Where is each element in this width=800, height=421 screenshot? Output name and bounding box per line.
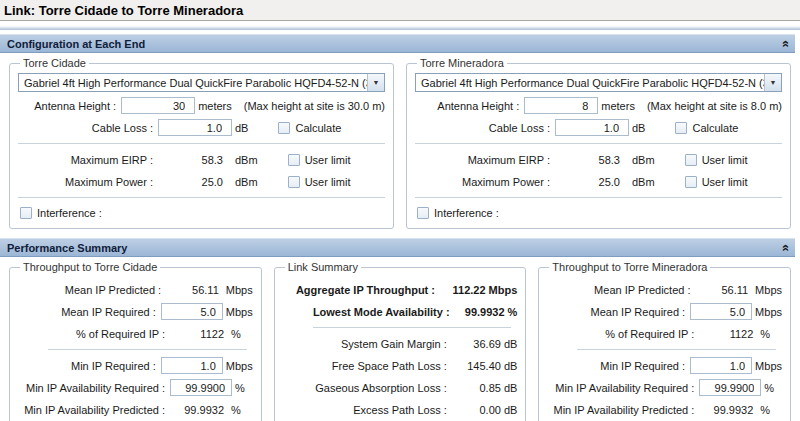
mean-ip-required-input[interactable]	[161, 303, 223, 320]
divider	[18, 197, 385, 198]
antenna-select-value: Gabriel 4ft High Performance Dual QuickF…	[19, 77, 367, 89]
free-space-path-loss-value: 145.40	[452, 360, 501, 372]
percent-unit: %	[228, 328, 241, 340]
pct-required-ip-value: 1122	[699, 328, 757, 340]
config-section-title: Configuration at Each End	[7, 38, 145, 50]
excess-path-loss-label: Excess Path Loss :	[283, 404, 452, 416]
calculate-label: Calculate	[687, 122, 738, 134]
max-eirp-value: 58.3	[555, 154, 629, 166]
performance-section-header[interactable]: Performance Summary »	[0, 238, 795, 257]
panel-title: Throughput to Torre Cidade	[20, 261, 160, 273]
pct-required-ip-label: % of Required IP :	[547, 328, 699, 340]
calculate-group: Calculate	[278, 122, 341, 134]
dropdown-arrow-icon[interactable]: ▼	[764, 74, 781, 91]
min-ip-avail-required-input[interactable]	[699, 379, 761, 396]
throughput-panel-torre-cidade: Throughput to Torre Cidade Mean IP Predi…	[9, 261, 262, 421]
divider	[415, 143, 782, 144]
divider	[313, 327, 512, 328]
gaseous-absorption-loss-row: Gaseous Absorption Loss : 0.85 dB	[283, 379, 518, 396]
max-power-label: Maximum Power :	[415, 176, 555, 188]
max-eirp-value: 58.3	[158, 154, 232, 166]
user-limit-label: User limit	[697, 154, 748, 166]
max-power-value: 25.0	[158, 176, 232, 188]
interference-checkbox[interactable]	[20, 207, 32, 219]
cable-loss-label: Cable Loss :	[18, 122, 158, 134]
gaseous-absorption-loss-value: 0.85	[452, 382, 501, 394]
lowest-mode-availability-value: 99.9932	[455, 306, 505, 318]
percent-unit: %	[757, 328, 770, 340]
interference-row: Interference :	[20, 205, 385, 221]
power-user-limit-group: User limit	[685, 176, 748, 188]
min-ip-avail-required-row: Min IP Availability Required : %	[547, 379, 782, 396]
mean-ip-predicted-value: 56.11	[696, 284, 753, 296]
power-user-limit-checkbox[interactable]	[685, 176, 697, 188]
eirp-user-limit-checkbox[interactable]	[288, 154, 300, 166]
eirp-user-limit-group: User limit	[288, 154, 351, 166]
antenna-height-label: Antenna Height :	[415, 100, 524, 112]
min-ip-required-label: Min IP Required :	[18, 360, 161, 372]
collapse-chevron-icon[interactable]: »	[779, 244, 789, 251]
max-eirp-label: Maximum EIRP :	[18, 154, 158, 166]
collapse-chevron-icon[interactable]: »	[779, 40, 789, 47]
system-gain-margin-label: System Gain Margin :	[283, 338, 452, 350]
min-ip-required-input[interactable]	[161, 357, 223, 374]
max-power-value: 25.0	[555, 176, 629, 188]
min-ip-required-row: Min IP Required : Mbps	[547, 357, 782, 374]
cable-loss-input[interactable]	[158, 119, 232, 136]
min-ip-required-input[interactable]	[690, 357, 752, 374]
user-limit-label: User limit	[300, 176, 351, 188]
meters-unit: meters	[598, 100, 635, 112]
dbm-unit: dBm	[232, 154, 258, 166]
min-ip-avail-required-input[interactable]	[170, 379, 232, 396]
calculate-label: Calculate	[290, 122, 341, 134]
db-unit: dB	[232, 122, 248, 134]
cable-loss-input[interactable]	[555, 119, 629, 136]
db-unit: dB	[501, 382, 517, 394]
link-summary-panel: Link Summary Aggregate IP Throughput : 1…	[274, 261, 527, 421]
antenna-height-row: Antenna Height : meters (Max height at s…	[18, 97, 385, 114]
lowest-mode-availability-label: Lowest Mode Availability :	[283, 306, 455, 318]
power-user-limit-checkbox[interactable]	[288, 176, 300, 188]
percent-unit: %	[761, 382, 774, 394]
min-ip-avail-predicted-row: Min IP Availability Predicted : 99.9932 …	[18, 401, 253, 418]
aggregate-ip-throughput-value: 112.22	[440, 284, 486, 296]
mean-ip-required-label: Mean IP Required :	[18, 306, 161, 318]
performance-section-body: Throughput to Torre Cidade Mean IP Predi…	[0, 257, 800, 421]
antenna-select[interactable]: Gabriel 4ft High Performance Dual QuickF…	[18, 73, 385, 92]
antenna-height-label: Antenna Height :	[18, 100, 121, 112]
mean-ip-required-row: Mean IP Required : Mbps	[18, 303, 253, 320]
antenna-height-input[interactable]	[524, 97, 598, 114]
eirp-user-limit-checkbox[interactable]	[685, 154, 697, 166]
calculate-checkbox[interactable]	[278, 122, 290, 134]
percent-unit: %	[505, 306, 518, 318]
divider	[48, 349, 247, 350]
config-panel-torre-mineradora: Torre Mineradora Gabriel 4ft High Perfor…	[406, 57, 791, 229]
antenna-select[interactable]: Gabriel 4ft High Performance Dual QuickF…	[415, 73, 782, 92]
mbps-unit: Mbps	[223, 284, 253, 296]
calculate-checkbox[interactable]	[675, 122, 687, 134]
dbm-unit: dBm	[232, 176, 258, 188]
meters-unit: meters	[195, 100, 232, 112]
aggregate-ip-throughput-row: Aggregate IP Throughput : 112.22 Mbps	[283, 281, 518, 298]
antenna-height-input[interactable]	[121, 97, 195, 114]
mean-ip-predicted-row: Mean IP Predicted : 56.11 Mbps	[18, 281, 253, 298]
panel-title: Link Summary	[285, 261, 361, 273]
interference-checkbox[interactable]	[417, 207, 429, 219]
free-space-path-loss-label: Free Space Path Loss :	[283, 360, 452, 372]
excess-path-loss-row: Excess Path Loss : 0.00 dB	[283, 401, 518, 418]
user-limit-label: User limit	[697, 176, 748, 188]
divider	[415, 197, 782, 198]
interference-row: Interference :	[417, 205, 782, 221]
window-title-bar: Link: Torre Cidade to Torre Mineradora	[0, 0, 800, 21]
panel-title: Torre Cidade	[20, 57, 89, 69]
max-eirp-row: Maximum EIRP : 58.3 dBm User limit	[18, 151, 385, 168]
performance-section-title: Performance Summary	[7, 242, 127, 254]
config-section-header[interactable]: Configuration at Each End »	[0, 34, 795, 53]
max-power-label: Maximum Power :	[18, 176, 158, 188]
mean-ip-required-input[interactable]	[690, 303, 752, 320]
aggregate-ip-throughput-label: Aggregate IP Throughput :	[283, 284, 440, 296]
power-user-limit-group: User limit	[288, 176, 351, 188]
panel-title: Torre Mineradora	[417, 57, 507, 69]
dropdown-arrow-icon[interactable]: ▼	[367, 74, 384, 91]
panel-title: Throughput to Torre Mineradora	[549, 261, 710, 273]
